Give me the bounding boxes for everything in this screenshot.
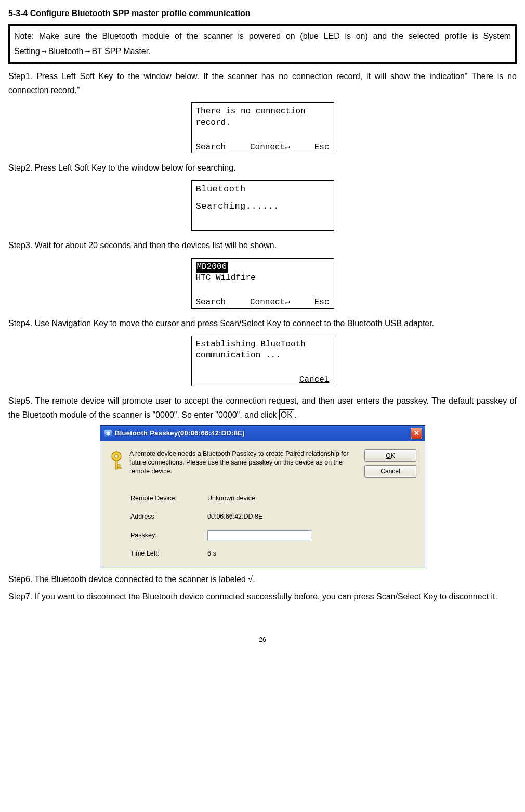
- note-box: Note: Make sure the Bluetooth module of …: [8, 24, 517, 64]
- lcd1-soft-left: Search: [196, 142, 226, 153]
- step5-part-a: Step5. The remote device will promote us…: [8, 396, 517, 419]
- timeleft-value: 6 s: [207, 548, 216, 559]
- address-label: Address:: [130, 511, 207, 522]
- svg-rect-2: [115, 460, 117, 469]
- timeleft-label: Time Left:: [130, 548, 207, 559]
- cancel-button[interactable]: Cancel: [364, 465, 416, 478]
- lcd4-line2: communication ...: [196, 350, 330, 362]
- lcd-screen-2: Bluetooth Searching......: [191, 180, 334, 231]
- passkey-label: Passkey:: [130, 530, 207, 541]
- key-icon: [109, 449, 128, 478]
- dialog-titlebar[interactable]: ✱ Bluetooth Passkey(00:06:66:42:DD:8E) ✕: [100, 426, 425, 441]
- address-value: 00:06:66:42:DD:8E: [207, 511, 262, 522]
- ok-button[interactable]: OK: [364, 449, 416, 462]
- svg-rect-4: [117, 467, 121, 469]
- lcd4-soft-right: Cancel: [299, 375, 330, 386]
- lcd3-soft-mid: Connect↵: [250, 297, 290, 308]
- lcd1-soft-mid: Connect↵: [250, 142, 290, 153]
- lcd1-line2: record.: [196, 118, 330, 129]
- lcd1-soft-right: Esc: [314, 142, 330, 153]
- remote-device-label: Remote Device:: [130, 493, 207, 504]
- lcd-screen-3: MD2006 HTC Wildfire Search Connect↵ Esc: [191, 258, 334, 309]
- lcd4-line1: Establishing BlueTooth: [196, 339, 330, 351]
- step5-part-c: .: [294, 410, 296, 419]
- step4-text: Step4. Use Navigation Key to move the cu…: [8, 316, 517, 330]
- section-heading: 5-3-4 Configure Bluetooth SPP master pro…: [8, 6, 517, 20]
- passkey-input[interactable]: [207, 530, 311, 540]
- dialog-description: A remote device needs a Bluetooth Passke…: [128, 449, 364, 478]
- lcd3-row2: HTC Wildfire: [196, 273, 330, 284]
- step2-text: Step2. Press Left Soft Key to the window…: [8, 161, 517, 175]
- lcd-screen-1: There is no connection record. Search Co…: [191, 102, 334, 153]
- close-icon[interactable]: ✕: [411, 428, 422, 439]
- bluetooth-passkey-dialog: ✱ Bluetooth Passkey(00:06:66:42:DD:8E) ✕…: [100, 425, 425, 568]
- svg-rect-3: [117, 465, 120, 466]
- step7-text: Step7. If you want to disconnect the Blu…: [8, 589, 517, 603]
- step1-text: Step1. Press Left Soft Key to the window…: [8, 69, 517, 97]
- lcd2-line2: Searching......: [196, 201, 330, 213]
- remote-device-value: Unknown device: [207, 493, 255, 504]
- lcd3-soft-left: Search: [196, 297, 226, 308]
- svg-point-1: [115, 455, 119, 458]
- bluetooth-icon: ✱: [104, 430, 112, 437]
- lcd2-line1: Bluetooth: [196, 184, 330, 196]
- lcd1-line1: There is no connection: [196, 106, 330, 118]
- page-number: 26: [8, 635, 517, 645]
- dialog-title: Bluetooth Passkey(00:06:66:42:DD:8E): [115, 428, 411, 439]
- step6-text: Step6. The Bluetooth device connected to…: [8, 572, 517, 586]
- step5-text: Step5. The remote device will promote us…: [8, 394, 517, 422]
- ok-inline-box: OK: [279, 409, 294, 420]
- lcd-screen-4: Establishing BlueTooth communication ...…: [191, 336, 334, 386]
- lcd3-soft-right: Esc: [314, 297, 330, 308]
- step3-text: Step3. Wait for about 20 seconds and the…: [8, 238, 517, 252]
- lcd3-selected-row: MD2006: [196, 262, 228, 273]
